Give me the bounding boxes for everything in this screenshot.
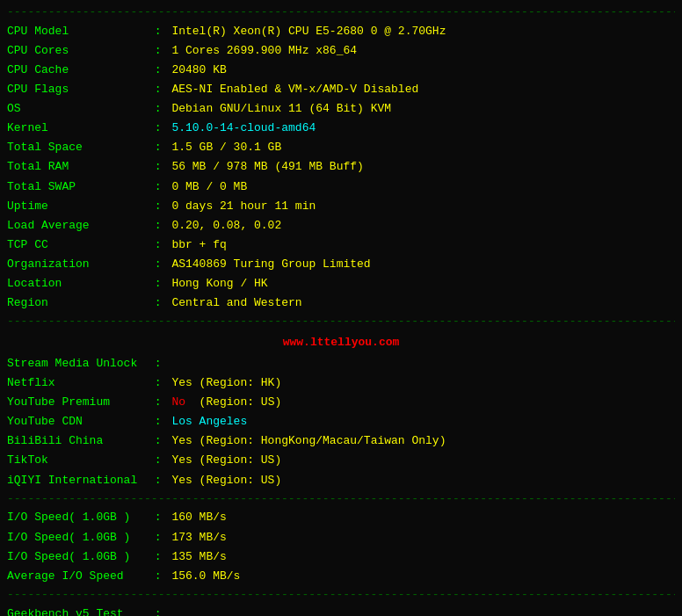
load-average-value: 0.20, 0.08, 0.02: [171, 216, 281, 236]
youtube-premium-region: (Region: US): [185, 393, 281, 412]
divider-geek: ----------------------------------------…: [7, 586, 675, 605]
netflix-row: Netflix : Yes (Region: HK): [7, 373, 675, 393]
avg-io-speed-row: Average I/O Speed : 156.0 MB/s: [7, 567, 675, 586]
tiktok-label: TikTok: [7, 451, 148, 470]
cpu-model-value: Intel(R) Xeon(R) CPU E5-2680 0 @ 2.70GHz: [171, 22, 446, 41]
total-space-label: Total Space: [7, 138, 148, 157]
netflix-value: Yes (Region: HK): [171, 373, 281, 393]
total-ram-label: Total RAM: [7, 157, 148, 177]
total-swap-row: Total SWAP : 0 MB / 0 MB: [7, 178, 675, 197]
tcp-cc-label: TCP CC: [7, 236, 148, 255]
cpu-cache-colon: :: [148, 61, 168, 80]
location-colon: :: [148, 274, 168, 294]
io-speed-2-label: I/O Speed( 1.0GB ): [7, 528, 148, 547]
youtube-cdn-colon: :: [148, 412, 168, 431]
total-space-row: Total Space : 1.5 GB / 30.1 GB: [7, 138, 675, 157]
kernel-colon: :: [148, 119, 168, 138]
youtube-premium-label: YouTube Premium: [7, 393, 148, 412]
tcp-cc-row: TCP CC : bbr + fq: [7, 236, 675, 255]
location-value: Hong Kong / HK: [171, 274, 267, 294]
cpu-cache-value: 20480 KB: [171, 61, 226, 80]
avg-io-speed-colon: :: [148, 567, 168, 586]
cpu-model-row: CPU Model : Intel(R) Xeon(R) CPU E5-2680…: [7, 22, 675, 41]
tcp-cc-value: bbr + fq: [171, 236, 226, 255]
io-speed-3-label: I/O Speed( 1.0GB ): [7, 547, 148, 567]
stream-media-section: www.lttellyou.com Stream Media Unlock : …: [7, 331, 675, 490]
io-speed-1-row: I/O Speed( 1.0GB ) : 160 MB/s: [7, 508, 675, 527]
geekbench-title-label: Geekbench v5 Test: [7, 605, 148, 616]
io-speed-1-colon: :: [148, 508, 168, 527]
youtube-cdn-row: YouTube CDN : Los Angeles: [7, 412, 675, 431]
divider-io: ----------------------------------------…: [7, 490, 675, 509]
iqiyi-label: iQIYI International: [7, 471, 148, 490]
youtube-cdn-label: YouTube CDN: [7, 412, 148, 431]
cpu-cores-row: CPU Cores : 1 Cores 2699.900 MHz x86_64: [7, 41, 675, 61]
io-speed-3-colon: :: [148, 547, 168, 567]
load-average-colon: :: [148, 216, 168, 236]
location-row: Location : Hong Kong / HK: [7, 274, 675, 294]
uptime-value: 0 days 21 hour 11 min: [171, 197, 316, 216]
cpu-flags-label: CPU Flags: [7, 80, 148, 99]
uptime-colon: :: [148, 197, 168, 216]
geekbench-section: Geekbench v5 Test : Single Core : 528 Mu…: [7, 605, 675, 616]
cpu-model-label: CPU Model: [7, 22, 148, 41]
organization-label: Organization: [7, 255, 148, 274]
io-speed-2-colon: :: [148, 528, 168, 547]
io-speed-1-label: I/O Speed( 1.0GB ): [7, 508, 148, 527]
io-speed-3-value: 135 MB/s: [171, 547, 226, 567]
organization-value: AS140869 Turing Group Limited: [171, 255, 370, 274]
iqiyi-colon: :: [148, 471, 168, 490]
region-label: Region: [7, 294, 148, 313]
divider-top: ----------------------------------------…: [7, 4, 675, 22]
kernel-value: 5.10.0-14-cloud-amd64: [171, 119, 316, 138]
cpu-cores-colon: :: [148, 41, 168, 61]
io-speed-2-row: I/O Speed( 1.0GB ) : 173 MB/s: [7, 528, 675, 547]
netflix-label: Netflix: [7, 373, 148, 393]
kernel-row: Kernel : 5.10.0-14-cloud-amd64: [7, 119, 675, 138]
cpu-model-colon: :: [148, 22, 168, 41]
youtube-cdn-value: Los Angeles: [171, 412, 247, 431]
iqiyi-value: Yes (Region: US): [171, 471, 281, 490]
cpu-cores-label: CPU Cores: [7, 41, 148, 61]
youtube-premium-no: No: [171, 393, 185, 412]
avg-io-speed-value: 156.0 MB/s: [171, 567, 240, 586]
total-swap-value: 0 MB / 0 MB: [171, 178, 247, 197]
total-swap-label: Total SWAP: [7, 178, 148, 197]
io-speed-section: I/O Speed( 1.0GB ) : 160 MB/s I/O Speed(…: [7, 508, 675, 585]
uptime-label: Uptime: [7, 197, 148, 216]
io-speed-1-value: 160 MB/s: [171, 508, 226, 527]
tiktok-row: TikTok : Yes (Region: US): [7, 451, 675, 470]
load-average-label: Load Average: [7, 216, 148, 236]
os-label: OS: [7, 99, 148, 119]
region-colon: :: [148, 294, 168, 313]
os-value: Debian GNU/Linux 11 (64 Bit) KVM: [171, 99, 391, 119]
total-ram-row: Total RAM : 56 MB / 978 MB (491 MB Buff): [7, 157, 675, 177]
cpu-cache-row: CPU Cache : 20480 KB: [7, 61, 675, 80]
cpu-flags-colon: :: [148, 80, 168, 99]
cpu-flags-row: CPU Flags : AES-NI Enabled & VM-x/AMD-V …: [7, 80, 675, 99]
youtube-premium-colon: :: [148, 393, 168, 412]
location-label: Location: [7, 274, 148, 294]
geekbench-title-colon: :: [148, 605, 168, 616]
total-space-colon: :: [148, 138, 168, 157]
load-average-row: Load Average : 0.20, 0.08, 0.02: [7, 216, 675, 236]
io-speed-2-value: 173 MB/s: [171, 528, 226, 547]
region-value: Central and Western: [171, 294, 301, 313]
region-row: Region : Central and Western: [7, 294, 675, 313]
uptime-row: Uptime : 0 days 21 hour 11 min: [7, 197, 675, 216]
avg-io-speed-label: Average I/O Speed: [7, 567, 148, 586]
youtube-premium-row: YouTube Premium : No (Region: US): [7, 393, 675, 412]
terminal-output: ----------------------------------------…: [7, 4, 675, 616]
total-ram-colon: :: [148, 157, 168, 177]
tcp-cc-colon: :: [148, 236, 168, 255]
stream-media-unlock-row: Stream Media Unlock :: [7, 354, 675, 373]
bilibili-colon: :: [148, 431, 168, 451]
tiktok-colon: :: [148, 451, 168, 470]
netflix-colon: :: [148, 373, 168, 393]
io-speed-3-row: I/O Speed( 1.0GB ) : 135 MB/s: [7, 547, 675, 567]
total-swap-colon: :: [148, 178, 168, 197]
iqiyi-row: iQIYI International : Yes (Region: US): [7, 471, 675, 490]
organization-row: Organization : AS140869 Turing Group Lim…: [7, 255, 675, 274]
cpu-flags-value: AES-NI Enabled & VM-x/AMD-V Disabled: [171, 80, 418, 99]
system-info-section: CPU Model : Intel(R) Xeon(R) CPU E5-2680…: [7, 22, 675, 313]
